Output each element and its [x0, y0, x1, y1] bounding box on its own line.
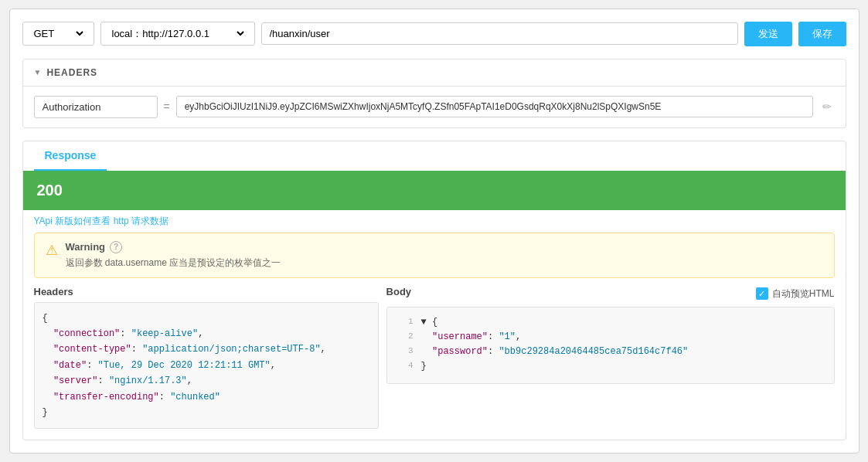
response-headers-title: Headers — [34, 286, 379, 297]
edit-icon-button[interactable]: ✏ — [819, 97, 835, 116]
response-header: Response — [34, 141, 107, 171]
headers-section: ▼ HEADERS = ✏ — [22, 59, 846, 128]
response-headers-panel: Headers { "connection": "keep-alive", "c… — [34, 286, 379, 430]
response-tab-bar: Response — [23, 141, 846, 171]
body-line-1: 1 ▼ { — [395, 315, 826, 330]
response-title: Response — [45, 149, 97, 161]
url-path-input[interactable] — [261, 22, 738, 45]
main-container: GET POST PUT DELETE local：http://127.0.0… — [9, 8, 859, 454]
response-body-panel: Body ✓ 自动预览HTML 1 ▼ { 2 "username": "1", — [386, 286, 835, 430]
body-line-4: 4 } — [395, 359, 826, 374]
headers-open-brace: { — [43, 311, 370, 326]
headers-code-block: { "connection": "keep-alive", "content-t… — [34, 302, 379, 430]
status-bar: 200 — [23, 171, 846, 210]
header-date: "date": "Tue, 29 Dec 2020 12:21:11 GMT", — [43, 358, 370, 373]
body-line-3: 3 "password": "bb9c29284a20464485cea75d1… — [395, 345, 826, 359]
header-connection: "connection": "keep-alive", — [43, 326, 370, 341]
warning-icon: ⚠ — [46, 242, 58, 259]
url-base-dropdown[interactable]: local：http://127.0.0.1 — [109, 27, 247, 40]
save-button[interactable]: 保存 — [798, 22, 846, 46]
warning-title: Warning ? — [66, 241, 823, 253]
warning-title-text: Warning — [66, 241, 106, 253]
body-panel-title-row: Body ✓ 自动预览HTML — [386, 286, 835, 302]
warning-text: 返回参数 data.username 应当是预设定的枚举值之一 — [66, 256, 823, 270]
header-transfer-encoding: "transfer-encoding": "chunked" — [43, 389, 370, 405]
header-content-type: "content-type": "application/json;charse… — [43, 341, 370, 357]
header-value-input[interactable] — [176, 96, 813, 117]
header-server: "server": "nginx/1.17.3", — [43, 373, 370, 389]
warning-box: ⚠ Warning ? 返回参数 data.username 应当是预设定的枚举… — [34, 233, 835, 278]
question-icon[interactable]: ? — [110, 241, 122, 253]
method-dropdown[interactable]: GET POST PUT DELETE — [31, 27, 86, 40]
chevron-down-icon: ▼ — [34, 68, 43, 76]
warning-content: Warning ? 返回参数 data.username 应当是预设定的枚举值之… — [66, 241, 823, 270]
method-select[interactable]: GET POST PUT DELETE — [22, 22, 94, 46]
url-base-select[interactable]: local：http://127.0.0.1 — [100, 22, 255, 46]
header-key-input[interactable] — [34, 96, 158, 118]
body-code-block: 1 ▼ { 2 "username": "1", 3 "password": "… — [386, 307, 835, 384]
headers-label: HEADERS — [46, 67, 97, 78]
auto-preview-label: 自动预览HTML — [772, 287, 835, 301]
response-section: Response 200 YApi 新版如何查看 http 请求数据 ⚠ War… — [22, 141, 846, 441]
headers-title[interactable]: ▼ HEADERS — [23, 59, 846, 86]
header-row: = ✏ — [34, 96, 835, 118]
headers-close-brace: } — [43, 405, 370, 420]
response-body-title: Body — [386, 286, 412, 297]
response-body-area: Headers { "connection": "keep-alive", "c… — [23, 286, 846, 440]
checkbox-checked-icon: ✓ — [756, 287, 768, 300]
headers-content: = ✏ — [23, 86, 846, 127]
auto-preview-checkbox[interactable]: ✓ 自动预览HTML — [756, 287, 835, 301]
equals-sign: = — [164, 100, 170, 113]
body-line-2: 2 "username": "1", — [395, 330, 826, 345]
request-bar: GET POST PUT DELETE local：http://127.0.0… — [22, 22, 846, 46]
yapi-link[interactable]: YApi 新版如何查看 http 请求数据 — [23, 210, 846, 233]
send-button[interactable]: 发送 — [744, 22, 792, 46]
